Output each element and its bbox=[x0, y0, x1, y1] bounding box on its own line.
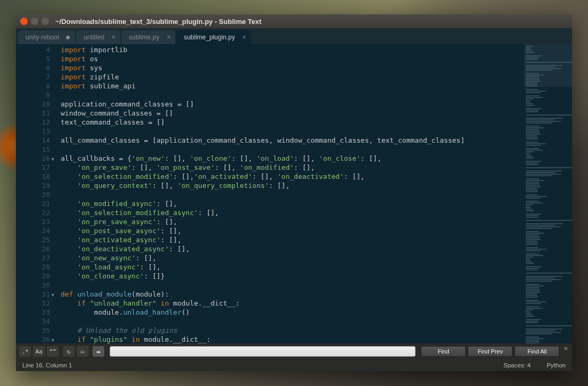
wrap-toggle[interactable]: ↻ bbox=[63, 346, 74, 357]
code-line[interactable]: 'on_load_async': [], bbox=[61, 262, 524, 272]
line-number[interactable]: 36▼ bbox=[16, 335, 50, 343]
code-line[interactable]: all_callbacks = {'on_new': [], 'on_clone… bbox=[61, 154, 524, 163]
code-line[interactable]: import sublime_api bbox=[61, 81, 524, 91]
code-line[interactable]: 'on_pre_save': [], 'on_post_save': [], '… bbox=[61, 163, 524, 172]
dirty-icon bbox=[66, 36, 70, 39]
code-line[interactable]: module.unload_handler() bbox=[61, 308, 524, 317]
tab[interactable]: sublime_plugin.py× bbox=[176, 30, 251, 44]
minimap[interactable] bbox=[524, 44, 572, 343]
line-number[interactable]: 32 bbox=[16, 299, 50, 308]
line-number[interactable]: 29 bbox=[16, 272, 50, 281]
find-bar: .* Aa “” ↻ ▭ ▬ Find Find Prev Find All × bbox=[16, 343, 572, 359]
line-number[interactable]: 26 bbox=[16, 244, 50, 253]
line-number[interactable]: 9 bbox=[16, 91, 50, 100]
line-number[interactable]: 31▼ bbox=[16, 290, 50, 299]
line-number[interactable]: 35 bbox=[16, 326, 50, 335]
line-number[interactable]: 13 bbox=[16, 127, 50, 136]
close-icon[interactable] bbox=[20, 18, 28, 25]
find-all-button[interactable]: Find All bbox=[515, 346, 559, 357]
highlight-toggle[interactable]: ▬ bbox=[93, 346, 104, 357]
close-icon[interactable]: × bbox=[564, 344, 568, 352]
code-line[interactable]: 'on_activated_async': [], bbox=[61, 235, 524, 244]
fold-icon[interactable]: ▼ bbox=[52, 155, 54, 164]
line-number[interactable]: 16▼ bbox=[16, 154, 50, 163]
code-line[interactable]: 'on_selection_modified': [],'on_activate… bbox=[61, 172, 524, 181]
code-line[interactable]: def unload_module(module): bbox=[61, 290, 524, 299]
code-line[interactable]: 'on_selection_modified_async': [], bbox=[61, 208, 524, 217]
line-number[interactable]: 33 bbox=[16, 308, 50, 317]
code-line[interactable]: import sys bbox=[61, 63, 524, 72]
code-line[interactable]: all_command_classes = [application_comma… bbox=[61, 136, 524, 145]
code-line[interactable]: import zipfile bbox=[61, 72, 524, 81]
titlebar[interactable]: ~/Downloads/sublime_text_3/sublime_plugi… bbox=[16, 14, 572, 28]
line-number[interactable]: 12 bbox=[16, 118, 50, 127]
code-line[interactable]: import importlib bbox=[61, 45, 524, 54]
tab[interactable]: unity-reboot bbox=[18, 30, 75, 44]
line-number[interactable]: 20 bbox=[16, 190, 50, 199]
line-number[interactable]: 24 bbox=[16, 226, 50, 235]
line-number[interactable]: 5 bbox=[16, 54, 50, 63]
code-line[interactable] bbox=[61, 127, 524, 136]
find-input[interactable] bbox=[110, 346, 416, 357]
maximize-icon[interactable] bbox=[42, 18, 49, 25]
code-line[interactable]: 'on_query_context': [], 'on_query_comple… bbox=[61, 181, 524, 190]
line-number[interactable]: 28 bbox=[16, 262, 50, 272]
line-number[interactable]: 27 bbox=[16, 253, 50, 262]
code-line[interactable] bbox=[61, 145, 524, 154]
code-line[interactable]: import os bbox=[61, 54, 524, 63]
gutter[interactable]: 45678910111213141516▼1718192021222324252… bbox=[16, 44, 53, 343]
code-line[interactable] bbox=[61, 317, 524, 326]
code-line[interactable]: 'on_deactivated_async': [], bbox=[61, 244, 524, 253]
line-number[interactable]: 25 bbox=[16, 235, 50, 244]
fold-icon[interactable]: ▼ bbox=[52, 336, 54, 343]
line-number[interactable]: 7 bbox=[16, 72, 50, 81]
line-number[interactable]: 10 bbox=[16, 100, 50, 109]
code-line[interactable]: # Unload the old plugins bbox=[61, 326, 524, 335]
line-number[interactable]: 11 bbox=[16, 109, 50, 118]
line-number[interactable]: 17 bbox=[16, 163, 50, 172]
line-number[interactable]: 18 bbox=[16, 172, 50, 181]
minimize-icon[interactable] bbox=[31, 18, 38, 25]
line-number[interactable]: 15 bbox=[16, 145, 50, 154]
fold-icon[interactable]: ▼ bbox=[52, 291, 54, 300]
line-number[interactable]: 19 bbox=[16, 181, 50, 190]
line-number[interactable]: 6 bbox=[16, 63, 50, 72]
minimap-content bbox=[524, 44, 572, 343]
line-number[interactable]: 4 bbox=[16, 45, 50, 54]
status-syntax[interactable]: Python bbox=[546, 362, 566, 368]
code-view[interactable]: import importlibimport osimport sysimpor… bbox=[53, 44, 524, 343]
code-line[interactable]: 'on_modified_async': [], bbox=[61, 199, 524, 208]
line-number[interactable]: 30 bbox=[16, 281, 50, 290]
regex-toggle[interactable]: .* bbox=[19, 346, 31, 357]
line-number[interactable]: 23 bbox=[16, 217, 50, 226]
code-line[interactable] bbox=[61, 91, 524, 100]
code-line[interactable]: if "unload_handler" in module.__dict__: bbox=[61, 299, 524, 308]
code-line[interactable]: if "plugins" in module.__dict__: bbox=[61, 335, 524, 343]
line-number[interactable]: 14 bbox=[16, 136, 50, 145]
tab[interactable]: sublime.py× bbox=[121, 30, 175, 44]
code-line[interactable]: 'on_pre_save_async': [], bbox=[61, 217, 524, 226]
code-line[interactable]: application_command_classes = [] bbox=[61, 100, 524, 109]
close-icon[interactable]: × bbox=[167, 34, 170, 41]
line-number[interactable]: 34 bbox=[16, 317, 50, 326]
find-button[interactable]: Find bbox=[421, 346, 466, 357]
code-line[interactable]: 'on_clone_async': []} bbox=[61, 272, 524, 281]
tab[interactable]: untitled× bbox=[76, 30, 120, 44]
code-line[interactable]: 'on_new_async': [], bbox=[61, 253, 524, 262]
status-indent[interactable]: Spaces: 4 bbox=[503, 362, 531, 368]
find-prev-button[interactable]: Find Prev bbox=[468, 346, 512, 357]
line-number[interactable]: 22 bbox=[16, 208, 50, 217]
code-line[interactable] bbox=[61, 281, 524, 290]
code-line[interactable]: 'on_post_save_async': [], bbox=[61, 226, 524, 235]
case-sensitive-toggle[interactable]: Aa bbox=[33, 346, 45, 357]
line-number[interactable]: 21 bbox=[16, 199, 50, 208]
close-icon[interactable]: × bbox=[242, 34, 246, 41]
close-icon[interactable]: × bbox=[112, 34, 115, 41]
in-selection-toggle[interactable]: ▭ bbox=[77, 346, 88, 357]
code-line[interactable] bbox=[61, 190, 524, 199]
code-line[interactable]: text_command_classes = [] bbox=[61, 118, 524, 127]
tab-label: sublime.py bbox=[129, 34, 159, 41]
code-line[interactable]: window_command_classes = [] bbox=[61, 109, 524, 118]
whole-word-toggle[interactable]: “” bbox=[47, 346, 59, 357]
line-number[interactable]: 8 bbox=[16, 81, 50, 91]
